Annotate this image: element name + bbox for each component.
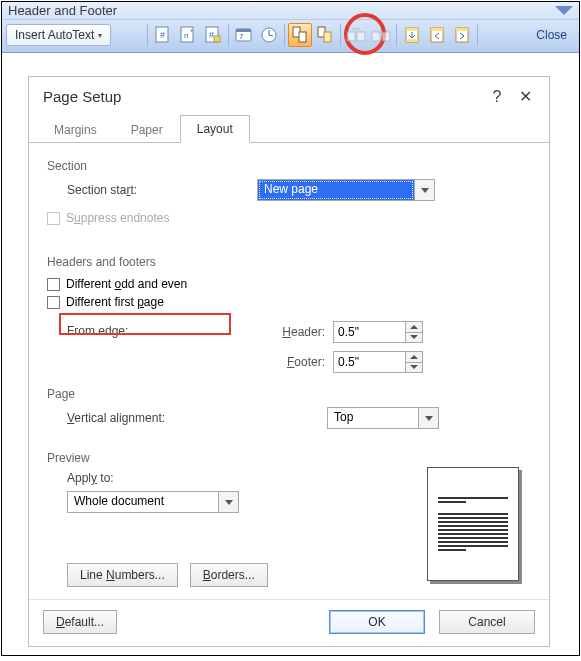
- footer-value-input[interactable]: [333, 351, 405, 373]
- vertical-alignment-combo[interactable]: Top: [327, 407, 439, 429]
- show-previous-icon[interactable]: [425, 23, 449, 47]
- page-preview-icon: [427, 467, 519, 581]
- section-heading: Section: [47, 159, 531, 173]
- apply-to-label: Apply to:: [67, 471, 114, 485]
- different-odd-even-checkbox[interactable]: Different odd and even: [47, 275, 531, 293]
- spin-up-button[interactable]: [406, 352, 422, 362]
- toolbar-close-button[interactable]: Close: [528, 28, 575, 42]
- section-start-value: New page: [258, 180, 414, 200]
- svg-rect-24: [406, 39, 418, 42]
- spin-up-button[interactable]: [406, 322, 422, 332]
- svg-rect-18: [347, 32, 355, 41]
- chevron-down-icon: [425, 416, 433, 421]
- vertical-alignment-label: Vertical alignment:: [67, 411, 327, 425]
- insert-number-of-pages-icon[interactable]: n+: [176, 23, 200, 47]
- svg-text:n: n: [184, 31, 188, 40]
- spin-down-button[interactable]: [406, 332, 422, 343]
- svg-rect-7: [214, 36, 220, 42]
- svg-rect-19: [357, 32, 365, 41]
- different-first-page-label: Different first page: [66, 295, 164, 309]
- page-heading: Page: [47, 387, 531, 401]
- chevron-down-icon: [421, 188, 429, 193]
- footer-spin[interactable]: [333, 351, 423, 373]
- svg-rect-20: [372, 32, 380, 41]
- suppress-endnotes-label: Suppress endnotes: [66, 211, 169, 225]
- dropdown-caret-icon: ▾: [98, 31, 102, 40]
- switch-header-footer-icon[interactable]: [400, 23, 424, 47]
- different-odd-even-label: Different odd and even: [66, 277, 187, 291]
- preview-heading: Preview: [47, 451, 531, 465]
- cancel-button[interactable]: Cancel: [439, 610, 535, 634]
- checkbox-box-icon: [47, 212, 60, 225]
- insert-date-icon[interactable]: 7: [232, 23, 256, 47]
- show-hide-document-text-icon[interactable]: [313, 23, 337, 47]
- vertical-alignment-value: Top: [328, 408, 418, 428]
- svg-text:+: +: [190, 27, 194, 33]
- apply-to-combo[interactable]: Whole document: [67, 491, 239, 513]
- borders-button[interactable]: Borders...: [190, 563, 268, 587]
- different-first-page-checkbox[interactable]: Different first page: [47, 293, 531, 311]
- chevron-down-icon: [410, 335, 418, 339]
- svg-rect-28: [456, 28, 468, 31]
- chevron-down-icon: [410, 365, 418, 369]
- dialog-help-button[interactable]: ?: [483, 88, 511, 106]
- chevron-down-icon: [225, 500, 233, 505]
- dialog-close-button[interactable]: ✕: [511, 87, 539, 106]
- default-button[interactable]: Default...: [43, 610, 117, 634]
- header-label: Header:: [257, 325, 325, 339]
- dropdown-button[interactable]: [218, 492, 238, 512]
- svg-rect-15: [299, 32, 306, 42]
- svg-rect-21: [382, 32, 390, 41]
- header-value-input[interactable]: [333, 321, 405, 343]
- insert-page-number-icon[interactable]: #: [151, 23, 175, 47]
- line-numbers-button[interactable]: Line Numbers...: [67, 563, 178, 587]
- from-edge-label: From edge:: [67, 321, 257, 338]
- header-spin[interactable]: [333, 321, 423, 343]
- checkbox-box-icon: [47, 296, 60, 309]
- section-start-label: Section start:: [67, 183, 257, 197]
- chevron-up-icon: [410, 355, 418, 359]
- tab-paper[interactable]: Paper: [114, 116, 180, 143]
- tab-layout[interactable]: Layout: [180, 115, 250, 143]
- chevron-up-icon: [410, 325, 418, 329]
- ok-button[interactable]: OK: [329, 610, 425, 634]
- header-footer-toolbar: Header and Footer Insert AutoText ▾ # n+…: [2, 2, 579, 53]
- show-next-icon[interactable]: [450, 23, 474, 47]
- svg-text:#: #: [209, 30, 214, 40]
- toolbar-collapse-icon[interactable]: [555, 6, 573, 15]
- insert-autotext-button[interactable]: Insert AutoText ▾: [6, 24, 111, 46]
- toolbar-title: Header and Footer: [8, 3, 117, 18]
- headers-footers-heading: Headers and footers: [47, 255, 531, 269]
- suppress-endnotes-checkbox: Suppress endnotes: [47, 209, 531, 227]
- page-setup-icon[interactable]: [288, 23, 312, 47]
- insert-time-icon[interactable]: [257, 23, 281, 47]
- svg-text:7: 7: [239, 32, 244, 41]
- svg-text:#: #: [160, 30, 165, 40]
- spin-down-button[interactable]: [406, 362, 422, 373]
- page-setup-dialog: Page Setup ? ✕ Margins Paper Layout Sect…: [28, 76, 550, 647]
- link-to-previous-icon[interactable]: [369, 23, 393, 47]
- dialog-title: Page Setup: [43, 88, 121, 105]
- insert-autotext-label: Insert AutoText: [15, 28, 94, 42]
- svg-rect-23: [406, 28, 418, 31]
- dropdown-button[interactable]: [414, 180, 434, 200]
- dialog-tabs: Margins Paper Layout: [29, 114, 549, 143]
- section-start-combo[interactable]: New page: [257, 179, 435, 201]
- svg-rect-17: [324, 32, 331, 42]
- tab-margins[interactable]: Margins: [37, 116, 114, 143]
- checkbox-box-icon: [47, 278, 60, 291]
- same-as-previous-icon[interactable]: [344, 23, 368, 47]
- footer-label: Footer:: [257, 355, 325, 369]
- apply-to-value: Whole document: [68, 492, 218, 512]
- dropdown-button[interactable]: [418, 408, 438, 428]
- format-page-number-icon[interactable]: #: [201, 23, 225, 47]
- svg-rect-26: [431, 28, 443, 31]
